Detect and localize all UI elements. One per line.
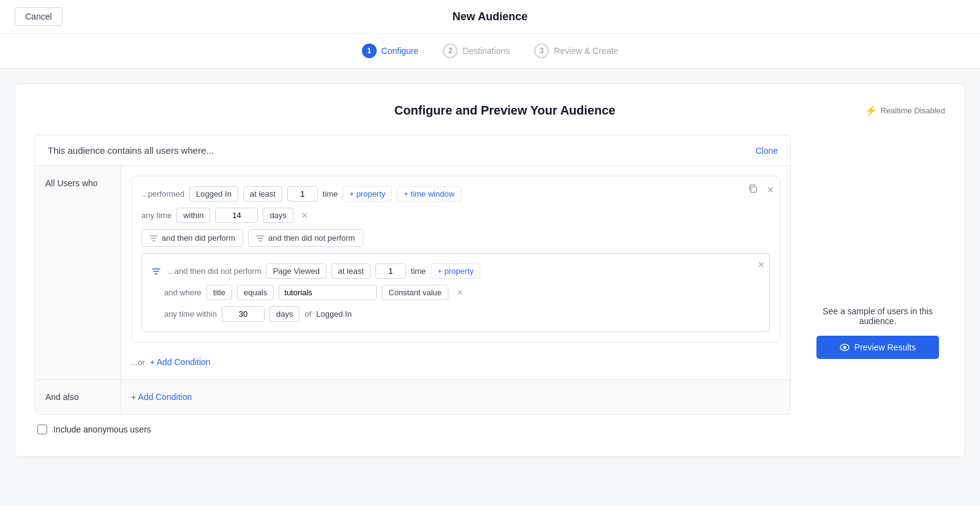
and-then-did-perform-label: and then did perform (162, 233, 235, 243)
or-row: ...or + Add Condition (131, 350, 780, 369)
preview-text: See a sample of users in this audience. (816, 306, 939, 326)
layout-side: See a sample of users in this audience. … (810, 135, 945, 359)
add-property-2-button[interactable]: + property (431, 263, 480, 279)
layout-wrapper: This audience contains all users where..… (35, 135, 945, 437)
and-also-add-condition-button[interactable]: + Add Condition (131, 392, 192, 402)
condition-1-row-3: and then did perform and then d (141, 229, 770, 247)
count-input-1[interactable] (287, 186, 318, 202)
and-where-label: and where (164, 288, 202, 297)
audience-header-text: This audience contains all users where..… (48, 145, 214, 156)
anon-row: Include anonymous users (35, 415, 791, 437)
and-then-did-perform-button[interactable]: and then did perform (141, 229, 243, 247)
step-1-num: 1 (362, 43, 377, 58)
add-condition-button[interactable]: + Add Condition (149, 357, 210, 367)
at-least-pill[interactable]: at least (243, 186, 282, 202)
property-pill[interactable]: title (206, 285, 232, 300)
event-ref-label: Logged In (316, 309, 352, 319)
copy-condition-button[interactable] (748, 184, 758, 195)
of-label: of (304, 309, 311, 319)
page-title: New Audience (453, 10, 527, 23)
audience-section: This audience contains all users where..… (35, 135, 791, 415)
days-input-1[interactable] (215, 208, 258, 223)
performed-label: ...performed (141, 189, 184, 198)
at-least-pill-2[interactable]: at least (331, 263, 371, 279)
top-bar: Cancel New Audience (0, 0, 980, 34)
main-card: Configure and Preview Your Audience ⚡ Re… (15, 83, 965, 457)
not-perform-row-1: ...and then did not perform Page Viewed … (152, 263, 760, 279)
clone-button[interactable]: Clone (755, 146, 778, 156)
svg-point-11 (843, 346, 846, 349)
add-property-1-button[interactable]: + property (342, 186, 392, 202)
not-perform-block: × ...and then did not perform (141, 253, 770, 332)
step-2-num: 2 (443, 43, 458, 58)
step-destinations[interactable]: 2 Destinations (443, 43, 510, 58)
days-pill-2[interactable]: days (270, 306, 300, 322)
audience-header: This audience contains all users where..… (36, 135, 790, 166)
preview-results-button[interactable]: Preview Results (816, 336, 939, 359)
preview-btn-label: Preview Results (854, 342, 916, 352)
equals-pill[interactable]: equals (237, 285, 274, 300)
remove-within-button[interactable]: × (298, 209, 311, 222)
time-label-1: time (323, 189, 338, 198)
content-area: Configure and Preview Your Audience ⚡ Re… (0, 69, 980, 472)
main-card-header: Configure and Preview Your Audience ⚡ Re… (35, 104, 945, 118)
step-3-label: Review & Create (554, 46, 618, 56)
any-time-label: any time (141, 211, 172, 220)
and-then-did-not-perform-label: and then did not perform (268, 233, 355, 243)
audience-body: All Users who × (36, 166, 790, 379)
delete-condition-1-button[interactable]: × (767, 184, 774, 197)
condition-1-row-2: any time within days × (141, 208, 770, 223)
bolt-icon: ⚡ (865, 105, 877, 116)
cancel-button[interactable]: Cancel (15, 7, 62, 26)
any-time-within-label: any time within (164, 309, 217, 319)
add-time-window-button[interactable]: + time window (397, 186, 461, 202)
and-then-did-not-perform-button[interactable]: and then did not perform (248, 229, 363, 247)
svg-rect-0 (751, 187, 756, 192)
and-also-body: + Add Condition (121, 380, 790, 414)
all-users-label: All Users who (36, 166, 121, 379)
time-label-2: time (411, 266, 426, 276)
condition-1-row-1: ...performed Logged In at least time + p… (141, 186, 770, 202)
anon-checkbox[interactable] (37, 425, 47, 434)
days-pill-1[interactable]: days (263, 208, 293, 223)
conditions-area: × ...performed Logged In at least time +… (121, 166, 790, 379)
condition-block-1: × ...performed Logged In at least time +… (131, 176, 780, 342)
configure-title: Configure and Preview Your Audience (145, 104, 865, 118)
realtime-badge: ⚡ Realtime Disabled (865, 105, 946, 116)
remove-property-button[interactable]: × (453, 286, 466, 300)
layout-main: This audience contains all users where..… (35, 135, 791, 437)
not-perform-label: ...and then did not perform (168, 266, 261, 276)
count-input-2[interactable] (375, 263, 406, 279)
value-input[interactable] (279, 285, 377, 300)
within-pill[interactable]: within (176, 208, 210, 223)
step-2-label: Destinations (462, 46, 510, 56)
delete-not-perform-button[interactable]: × (758, 259, 764, 271)
anon-label: Include anonymous users (53, 425, 151, 434)
and-also-section: And also + Add Condition (36, 379, 790, 414)
step-3-num: 3 (534, 43, 549, 58)
and-also-label: And also (36, 380, 121, 414)
not-perform-row-3: any time within days of Logged In (152, 306, 760, 322)
days-input-2[interactable] (222, 306, 265, 322)
step-1-label: Configure (382, 46, 419, 56)
event-pill-2[interactable]: Page Viewed (266, 263, 326, 279)
step-configure[interactable]: 1 Configure (362, 43, 419, 58)
realtime-label: Realtime Disabled (881, 106, 946, 115)
stepper: 1 Configure 2 Destinations 3 Review & Cr… (0, 34, 980, 69)
step-review[interactable]: 3 Review & Create (534, 43, 618, 58)
not-perform-row-2: and where title equals Constant value × (152, 285, 760, 300)
constant-pill[interactable]: Constant value (382, 285, 448, 300)
or-label: ...or (131, 358, 145, 367)
event-pill-1[interactable]: Logged In (189, 186, 238, 202)
